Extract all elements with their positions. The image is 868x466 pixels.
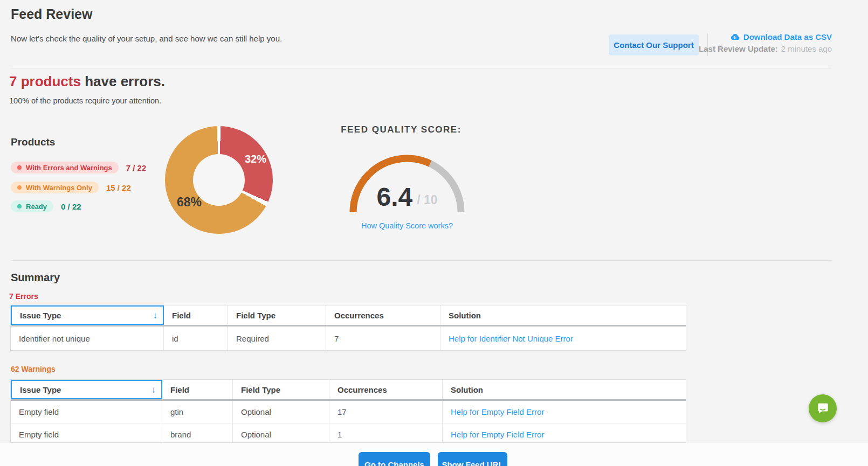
quality-score-help-link[interactable]: How Quality Score works?: [326, 221, 488, 230]
cell-field-type: Optional: [233, 401, 329, 423]
chat-widget-button[interactable]: [809, 394, 837, 422]
cell-field: id: [164, 326, 228, 350]
chat-bubble-icon: [816, 401, 830, 415]
errors-alert-count: 7 products: [9, 73, 81, 89]
legend-pill-warnings-only: With Warnings Only: [11, 182, 99, 193]
legend-label: With Errors and Warnings: [26, 164, 112, 172]
legend-count: 0 / 22: [61, 202, 81, 211]
table-row: Empty field brand Optional 1 Help for Em…: [11, 423, 686, 443]
legend-count: 7 / 22: [126, 163, 147, 172]
errors-alert-subtext: 100% of the products require your attent…: [9, 96, 161, 105]
legend-item-errors-warnings: With Errors and Warnings 7 / 22: [11, 162, 146, 173]
solution-help-link[interactable]: Help for Empty Field Error: [443, 423, 686, 443]
solution-help-link[interactable]: Help for Empty Field Error: [443, 401, 686, 423]
column-label: Issue Type: [20, 311, 61, 320]
download-csv-link[interactable]: Download Data as CSV: [730, 32, 832, 41]
column-header-field-type[interactable]: Field Type: [233, 380, 329, 399]
warnings-table-heading: 62 Warnings: [11, 365, 56, 373]
column-header-field[interactable]: Field: [164, 305, 228, 325]
feed-quality-score-title: FEED QUALITY SCORE:: [315, 124, 487, 135]
cell-occurrences: 1: [329, 423, 443, 443]
table-row: Identifier not unique id Required 7 Help…: [11, 326, 686, 350]
contact-support-button[interactable]: Contact Our Support: [609, 34, 699, 55]
legend-dot-red: [17, 165, 22, 170]
sort-descending-icon[interactable]: ↓: [151, 385, 156, 394]
column-header-occurrences[interactable]: Occurrences: [329, 380, 443, 399]
legend-count: 15 / 22: [106, 183, 131, 192]
errors-table-header: Issue Type ↓ Field Field Type Occurrence…: [11, 305, 686, 326]
cell-occurrences: 17: [329, 401, 443, 423]
last-review-update: Last Review Update:2 minutes ago: [699, 44, 832, 53]
solution-help-link[interactable]: Help for Identifier Not Unique Error: [440, 326, 686, 350]
last-review-value: 2 minutes ago: [781, 44, 832, 53]
score-number: 6.4: [376, 184, 412, 210]
column-label: Issue Type: [20, 385, 61, 394]
footer-action-bar: [0, 443, 868, 466]
legend-dot-orange: [17, 185, 22, 190]
download-csv-label: Download Data as CSV: [743, 32, 832, 41]
quality-score-value: 6.4 / 10: [326, 184, 488, 210]
legend-item-ready: Ready 0 / 22: [11, 200, 81, 212]
errors-table: Issue Type ↓ Field Field Type Occurrence…: [10, 305, 686, 351]
column-header-field-type[interactable]: Field Type: [228, 305, 326, 325]
column-header-issue-type[interactable]: Issue Type ↓: [11, 305, 164, 325]
sort-descending-icon[interactable]: ↓: [153, 311, 158, 320]
legend-label: With Warnings Only: [26, 184, 92, 192]
cloud-download-icon: [730, 33, 740, 41]
legend-item-warnings-only: With Warnings Only 15 / 22: [11, 182, 131, 193]
legend-pill-ready: Ready: [11, 200, 53, 212]
cell-issue-type: Empty field: [11, 423, 162, 443]
cell-issue-type: Identifier not unique: [11, 326, 164, 350]
section-divider-top: [11, 68, 832, 68]
show-feed-url-button[interactable]: Show Feed URL: [438, 452, 507, 466]
donut-label-errors: 32%: [245, 153, 266, 165]
cell-field: brand: [162, 423, 233, 443]
legend-dot-teal: [17, 204, 22, 208]
summary-title: Summary: [11, 272, 60, 284]
warnings-table-header: Issue Type ↓ Field Field Type Occurrence…: [11, 380, 686, 401]
page-title: Feed Review: [11, 6, 92, 22]
legend-label: Ready: [26, 203, 47, 211]
products-donut-chart: 32% 68%: [165, 126, 273, 234]
legend-pill-errors-warnings: With Errors and Warnings: [11, 162, 119, 173]
table-row: Empty field gtin Optional 17 Help for Em…: [11, 401, 686, 423]
column-header-occurrences[interactable]: Occurrences: [326, 305, 440, 325]
cell-issue-type: Empty field: [11, 401, 162, 423]
errors-alert-heading: 7 products have errors.: [9, 73, 165, 90]
donut-label-warnings: 68%: [177, 195, 202, 210]
cell-field-type: Required: [228, 326, 326, 350]
go-to-channels-button[interactable]: Go to Channels: [359, 452, 430, 466]
products-panel-title: Products: [11, 136, 55, 148]
last-review-label: Last Review Update:: [699, 44, 778, 53]
column-header-issue-type[interactable]: Issue Type ↓: [11, 380, 162, 399]
errors-table-heading: 7 Errors: [9, 292, 38, 301]
column-header-field[interactable]: Field: [162, 380, 233, 399]
score-denominator: / 10: [417, 193, 437, 210]
errors-alert-rest: have errors.: [81, 73, 165, 89]
column-header-solution: Solution: [443, 380, 686, 399]
warnings-table: Issue Type ↓ Field Field Type Occurrence…: [10, 379, 686, 443]
column-header-solution: Solution: [440, 305, 686, 325]
cell-field-type: Optional: [233, 423, 329, 443]
page-subtitle: Now let's check the quality of your setu…: [11, 34, 282, 43]
section-divider-summary: [11, 260, 832, 261]
cell-field: gtin: [162, 401, 233, 423]
cell-occurrences: 7: [326, 326, 440, 350]
